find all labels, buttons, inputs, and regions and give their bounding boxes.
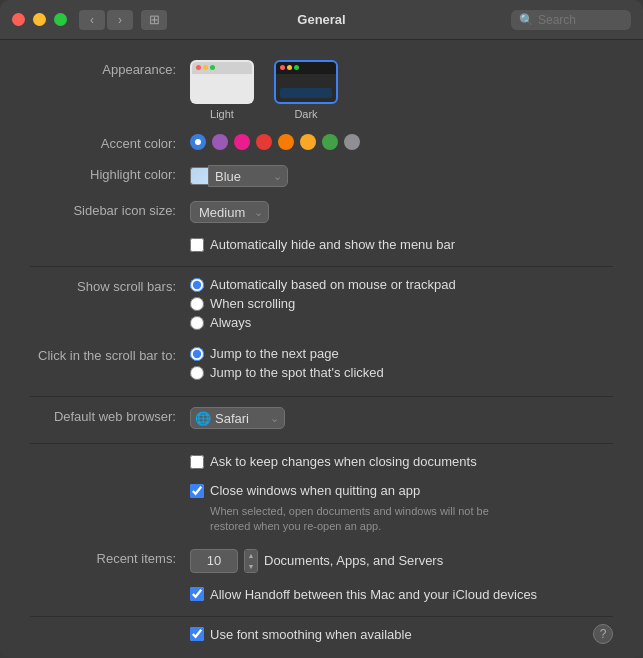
minimize-button[interactable] — [33, 13, 46, 26]
stepper-up[interactable]: ▲ — [245, 550, 257, 561]
light-label: Light — [210, 108, 234, 120]
click-scroll-row: Click in the scroll bar to: Jump to the … — [30, 346, 613, 382]
back-button[interactable]: ‹ — [79, 10, 105, 30]
highlight-wrap: Blue Gold Graphite — [190, 165, 288, 187]
font-smoothing-checkbox-label: Use font smoothing when available — [210, 627, 412, 642]
stepper-down[interactable]: ▼ — [245, 561, 257, 572]
handoff-control: Allow Handoff between this Mac and your … — [190, 587, 613, 602]
close-windows-checkbox-label: Close windows when quitting an app — [210, 483, 420, 498]
click-scroll-control: Jump to the next page Jump to the spot t… — [190, 346, 613, 382]
menu-bar-checkbox-label: Automatically hide and show the menu bar — [210, 237, 455, 252]
highlight-color-label: Highlight color: — [30, 165, 190, 182]
stepper-arrows: ▲ ▼ — [244, 549, 258, 573]
accent-color-row: Accent color: — [30, 134, 613, 151]
highlight-color-row: Highlight color: Blue Gold Graphite — [30, 165, 613, 187]
menu-bar-control: Automatically hide and show the menu bar — [190, 237, 613, 252]
recent-items-control: ▲ ▼ Documents, Apps, and Servers — [190, 549, 613, 573]
default-browser-control: Safari Chrome Firefox 🌐 — [190, 407, 613, 429]
divider-1 — [30, 266, 613, 267]
scroll-bars-row: Show scroll bars: Automatically based on… — [30, 277, 613, 332]
dark-thumb — [274, 60, 338, 104]
accent-green[interactable] — [322, 134, 338, 150]
close-windows-input[interactable] — [190, 484, 204, 498]
forward-button[interactable]: › — [107, 10, 133, 30]
highlight-color-control: Blue Gold Graphite — [190, 165, 613, 187]
scroll-always-radio[interactable]: Always — [190, 315, 456, 330]
recent-items-row: Recent items: ▲ ▼ Documents, Apps, and S… — [30, 549, 613, 573]
scroll-always-label: Always — [210, 315, 251, 330]
scroll-scrolling-input[interactable] — [190, 297, 204, 311]
search-box[interactable]: 🔍 — [511, 10, 631, 30]
default-browser-row: Default web browser: Safari Chrome Firef… — [30, 407, 613, 429]
appearance-row: Appearance: Light — [30, 60, 613, 120]
scroll-bars-control: Automatically based on mouse or trackpad… — [190, 277, 613, 332]
browser-select-wrap: Safari Chrome Firefox 🌐 — [190, 407, 285, 429]
font-smoothing-input[interactable] — [190, 627, 204, 641]
close-windows-row: Close windows when quitting an app When … — [30, 483, 613, 535]
accent-orange[interactable] — [278, 134, 294, 150]
accent-yellow[interactable] — [300, 134, 316, 150]
click-next-page-radio[interactable]: Jump to the next page — [190, 346, 384, 361]
menu-bar-label — [30, 237, 190, 239]
appearance-control: Light Dark — [190, 60, 613, 120]
divider-3 — [30, 443, 613, 444]
scroll-bars-radio-group: Automatically based on mouse or trackpad… — [190, 277, 456, 332]
close-windows-control: Close windows when quitting an app When … — [190, 483, 613, 535]
appearance-dark[interactable]: Dark — [274, 60, 338, 120]
click-spot-input[interactable] — [190, 366, 204, 380]
font-smoothing-control: Use font smoothing when available ? — [190, 627, 613, 642]
ask-keep-checkbox[interactable]: Ask to keep changes when closing documen… — [190, 454, 477, 469]
window: ‹ › ⊞ General 🔍 Appearance: — [0, 0, 643, 658]
divider-4 — [30, 616, 613, 617]
click-next-page-input[interactable] — [190, 347, 204, 361]
recent-items-suffix: Documents, Apps, and Servers — [264, 553, 443, 568]
click-scroll-radio-group: Jump to the next page Jump to the spot t… — [190, 346, 384, 382]
appearance-label: Appearance: — [30, 60, 190, 77]
font-smoothing-label — [30, 627, 190, 629]
scroll-auto-radio[interactable]: Automatically based on mouse or trackpad — [190, 277, 456, 292]
menu-bar-checkbox[interactable]: Automatically hide and show the menu bar — [190, 237, 455, 252]
recent-items-input[interactable] — [190, 549, 238, 573]
window-title: General — [297, 12, 345, 27]
close-button[interactable] — [12, 13, 25, 26]
close-windows-checkbox[interactable]: Close windows when quitting an app — [190, 483, 420, 498]
accent-blue[interactable] — [190, 134, 206, 150]
scroll-scrolling-label: When scrolling — [210, 296, 295, 311]
ask-keep-input[interactable] — [190, 455, 204, 469]
grid-button[interactable]: ⊞ — [141, 10, 167, 30]
scroll-bars-label: Show scroll bars: — [30, 277, 190, 294]
accent-pink[interactable] — [234, 134, 250, 150]
scroll-auto-input[interactable] — [190, 278, 204, 292]
titlebar: ‹ › ⊞ General 🔍 — [0, 0, 643, 40]
click-spot-radio[interactable]: Jump to the spot that's clicked — [190, 365, 384, 380]
sidebar-icon-size-select[interactable]: Small Medium Large — [190, 201, 269, 223]
handoff-input[interactable] — [190, 587, 204, 601]
maximize-button[interactable] — [54, 13, 67, 26]
ask-keep-label — [30, 454, 190, 456]
font-smoothing-row: Use font smoothing when available ? — [30, 627, 613, 642]
handoff-checkbox-label: Allow Handoff between this Mac and your … — [210, 587, 537, 602]
accent-graphite[interactable] — [344, 134, 360, 150]
scroll-always-input[interactable] — [190, 316, 204, 330]
nav-buttons: ‹ › — [79, 10, 133, 30]
accent-red[interactable] — [256, 134, 272, 150]
font-smoothing-checkbox[interactable]: Use font smoothing when available — [190, 627, 412, 642]
light-thumb — [190, 60, 254, 104]
sidebar-icon-size-control: Small Medium Large — [190, 201, 613, 223]
scroll-auto-label: Automatically based on mouse or trackpad — [210, 277, 456, 292]
accent-purple[interactable] — [212, 134, 228, 150]
menu-bar-row: Automatically hide and show the menu bar — [30, 237, 613, 252]
search-input[interactable] — [538, 13, 623, 27]
menu-bar-checkbox-input[interactable] — [190, 238, 204, 252]
help-button[interactable]: ? — [593, 624, 613, 644]
click-spot-label: Jump to the spot that's clicked — [210, 365, 384, 380]
stepper-wrap: ▲ ▼ Documents, Apps, and Servers — [190, 549, 443, 573]
highlight-select[interactable]: Blue Gold Graphite — [208, 165, 288, 187]
highlight-select-wrap: Blue Gold Graphite — [208, 165, 288, 187]
handoff-label — [30, 587, 190, 589]
traffic-lights — [12, 13, 67, 26]
appearance-light[interactable]: Light — [190, 60, 254, 120]
scroll-scrolling-radio[interactable]: When scrolling — [190, 296, 456, 311]
handoff-checkbox[interactable]: Allow Handoff between this Mac and your … — [190, 587, 537, 602]
browser-select[interactable]: Safari Chrome Firefox — [190, 407, 285, 429]
